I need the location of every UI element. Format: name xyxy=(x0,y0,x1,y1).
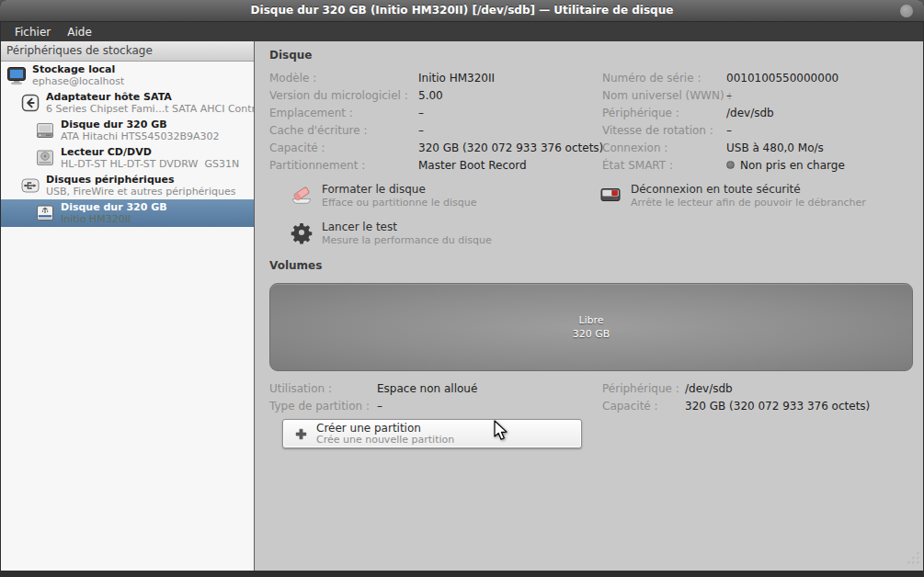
field-value: – xyxy=(418,124,424,137)
field-row: Nom universel (WWN) :– xyxy=(602,86,912,104)
field-label: Connexion : xyxy=(602,141,726,154)
field-row: Numéro de série :0010100550000000 xyxy=(602,69,912,86)
disk-fields-left: Modèle :Initio HM320IIVersion du microlo… xyxy=(269,69,602,174)
app-body: Périphériques de stockage Stockage local… xyxy=(1,41,923,571)
sidebar-item-adaptateur-hote-sata[interactable]: Adaptateur hôte SATA6 Series Chipset Fam… xyxy=(1,89,254,117)
field-row: Utilisation :Espace non alloué xyxy=(269,379,602,397)
sidebar-item-subtitle: USB, FireWire et autres périphériques xyxy=(46,186,235,198)
field-label: Vitesse de rotation : xyxy=(602,124,726,137)
sidebar-item-subtitle: ephase@localhost xyxy=(32,75,124,87)
action-title: Formater le disque xyxy=(322,183,477,197)
sidebar-item-subtitle: ATA Hitachi HTS545032B9A302 xyxy=(61,130,220,142)
field-row: Connexion :USB à 480,0 Mo/s xyxy=(602,139,912,156)
field-label: Périphérique : xyxy=(602,382,685,395)
action-subtitle: Mesure la performance du disque xyxy=(322,234,492,246)
smart-status-dot-icon xyxy=(726,161,735,169)
field-label: Version du micrologiciel : xyxy=(269,89,418,102)
menubar: Fichier Aide xyxy=(1,22,923,41)
field-row: Type de partition :– xyxy=(269,397,602,414)
sidebar-item-subtitle: Initio HM320II xyxy=(61,213,167,225)
usb-icon xyxy=(20,175,40,196)
field-label: Numéro de série : xyxy=(602,72,726,85)
field-row: Version du micrologiciel :5.00 xyxy=(269,86,602,104)
field-value: Espace non alloué xyxy=(377,382,477,395)
field-label: Type de partition : xyxy=(269,400,377,413)
window-control-button[interactable] xyxy=(900,5,913,17)
volume-fields-right: Périphérique :/dev/sdbCapacité :320 GB (… xyxy=(602,379,912,414)
field-value: – xyxy=(726,89,732,102)
field-row: Périphérique :/dev/sdb xyxy=(602,379,912,397)
mouse-cursor xyxy=(493,420,511,445)
field-row: Capacité :320 GB (320 072 933 376 octets… xyxy=(602,397,912,414)
sidebar-item-title: Stockage local xyxy=(32,63,124,75)
menu-aide[interactable]: Aide xyxy=(59,24,100,40)
field-row: Cache d'écriture :– xyxy=(269,121,602,139)
field-value: /dev/sdb xyxy=(726,107,774,119)
disk-actions: Formater le disqueEfface ou partitionne … xyxy=(290,183,912,246)
create-partition-button[interactable]: Créer une partition Crée une nouvelle pa… xyxy=(282,419,582,448)
sidebar-item-title: Disques périphériques xyxy=(46,174,235,186)
field-label: Emplacement : xyxy=(269,107,418,119)
volume-free-segment[interactable]: Libre 320 GB xyxy=(269,283,913,371)
create-partition-subtitle: Crée une nouvelle partition xyxy=(316,435,454,446)
sidebar-item-disque-dur-320gb-usb[interactable]: Disque dur 320 GBInitio HM320II xyxy=(1,199,254,227)
window-title: Disque dur 320 GB (Initio HM320II) [/dev… xyxy=(0,0,924,21)
device-sidebar: Périphériques de stockage Stockage local… xyxy=(1,41,255,571)
sidebar-item-disques-peripheriques[interactable]: Disques périphériquesUSB, FireWire et au… xyxy=(1,172,254,199)
sidebar-item-subtitle: 6 Series Chipset Fami...t SATA AHCI Cont… xyxy=(46,103,254,115)
safe-removal-button[interactable]: Déconnexion en toute sécuritéArrête le l… xyxy=(599,183,912,209)
sidebar-item-title: Disque dur 320 GB xyxy=(61,119,220,130)
action-title: Déconnexion en toute sécurité xyxy=(631,183,866,197)
field-row: État SMART :Non pris en charge xyxy=(602,156,912,174)
volume-fields-left: Utilisation :Espace non allouéType de pa… xyxy=(269,379,602,414)
field-label: Capacité : xyxy=(269,141,418,154)
field-label: Modèle : xyxy=(269,72,418,85)
sidebar-item-title: Adaptateur hôte SATA xyxy=(46,91,254,103)
field-row: Partitionnement :Master Boot Record xyxy=(269,156,602,174)
action-title: Lancer le test xyxy=(322,221,492,234)
field-row: Modèle :Initio HM320II xyxy=(269,69,602,86)
action-subtitle: Arrête le lecteur afin de pouvoir le déb… xyxy=(631,197,866,209)
field-label: Périphérique : xyxy=(602,107,726,119)
field-value: Master Boot Record xyxy=(418,159,527,172)
action-subtitle: Efface ou partitionne le disque xyxy=(322,197,477,209)
create-partition-title: Créer une partition xyxy=(316,423,454,435)
cd-drive-icon xyxy=(35,148,55,168)
disk-section-heading: Disque xyxy=(269,49,912,62)
gear-icon xyxy=(290,221,314,244)
field-value: 0010100550000000 xyxy=(726,72,838,85)
field-label: Utilisation : xyxy=(269,382,377,395)
field-label: Nom universel (WWN) : xyxy=(602,89,726,102)
format-disk-button[interactable]: Formater le disqueEfface ou partitionne … xyxy=(290,183,599,209)
disk-fields: Modèle :Initio HM320IIVersion du microlo… xyxy=(269,69,912,174)
field-row: Emplacement :– xyxy=(269,104,602,121)
field-value: 5.00 xyxy=(418,89,443,102)
field-value: /dev/sdb xyxy=(685,382,733,395)
resize-grip[interactable] xyxy=(906,550,921,570)
usb-drive-icon xyxy=(35,203,55,223)
field-value: – xyxy=(418,107,424,119)
hard-disk-icon xyxy=(35,120,55,141)
field-label: Capacité : xyxy=(602,400,685,413)
main-panel: Disque Modèle :Initio HM320IIVersion du … xyxy=(255,41,923,571)
field-value: 320 GB (320 072 933 376 octets) xyxy=(685,400,870,413)
field-label: État SMART : xyxy=(602,159,726,172)
sidebar-header: Périphériques de stockage xyxy=(1,41,254,62)
plus-icon xyxy=(294,427,308,441)
disk-fields-right: Numéro de série :0010100550000000Nom uni… xyxy=(602,69,912,174)
field-row: Capacité :320 GB (320 072 933 376 octets… xyxy=(269,139,602,156)
sidebar-item-title: Disque dur 320 GB xyxy=(61,201,167,213)
titlebar[interactable]: Disque dur 320 GB (Initio HM320II) [/dev… xyxy=(0,0,924,22)
sidebar-item-stockage-local[interactable]: Stockage localephase@localhost xyxy=(1,62,254,89)
field-value: USB à 480,0 Mo/s xyxy=(726,141,824,154)
sidebar-item-lecteur-cd-dvd[interactable]: Lecteur CD/DVDHL-DT-ST HL-DT-ST DVDRW GS… xyxy=(1,144,254,172)
sidebar-item-disque-dur-320gb-ata[interactable]: Disque dur 320 GBATA Hitachi HTS545032B9… xyxy=(1,117,254,144)
benchmark-button[interactable]: Lancer le testMesure la performance du d… xyxy=(290,221,599,246)
field-value: – xyxy=(726,124,732,137)
field-value: – xyxy=(377,400,382,413)
disk-utility-window: Disque dur 320 GB (Initio HM320II) [/dev… xyxy=(0,0,924,577)
menu-fichier[interactable]: Fichier xyxy=(6,24,59,40)
device-tree: Stockage localephase@localhostAdaptateur… xyxy=(1,62,254,227)
field-value: Non pris en charge xyxy=(726,159,845,172)
field-label: Cache d'écriture : xyxy=(269,124,418,137)
